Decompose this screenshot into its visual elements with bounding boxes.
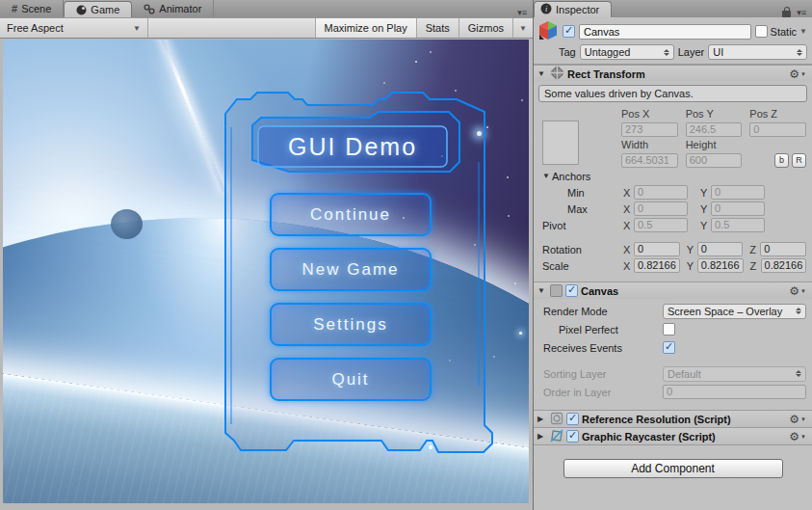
canvas-icon bbox=[550, 284, 563, 297]
sorting-layer-dropdown: Default bbox=[663, 366, 806, 382]
tag-dropdown[interactable]: Untagged bbox=[580, 44, 674, 60]
pixel-perfect-row: Pixel Perfect bbox=[534, 321, 812, 337]
raw-edit-mode-button[interactable]: R bbox=[792, 153, 806, 168]
canvas-component-header[interactable]: ▼ Canvas ⚙▼ bbox=[534, 282, 812, 299]
game-viewport: GUI Demo Continue New Game Settings Quit bbox=[3, 40, 529, 503]
pixel-perfect-checkbox[interactable] bbox=[663, 323, 675, 336]
pos-y-field[interactable]: 246.5 bbox=[686, 122, 743, 137]
height-field[interactable]: 600 bbox=[686, 153, 743, 168]
graphic-raycaster-header[interactable]: ▶ Graphic Raycaster (Script) ⚙▼ bbox=[534, 427, 812, 444]
render-mode-row: Render Mode Screen Space – Overlay bbox=[534, 303, 812, 319]
menu-title: GUI Demo bbox=[258, 126, 447, 167]
graphic-raycaster-title: Graphic Raycaster (Script) bbox=[582, 431, 716, 443]
quit-button[interactable]: Quit bbox=[270, 358, 432, 401]
updown-arrows-icon bbox=[664, 49, 669, 56]
tab-animator-label: Animator bbox=[159, 3, 201, 14]
foldout-open-icon[interactable]: ▼ bbox=[542, 172, 552, 180]
toolbar-spacer bbox=[148, 18, 315, 38]
anchors-min-row: Min X0 Y0 bbox=[534, 184, 812, 201]
width-field[interactable]: 664.5031 bbox=[621, 153, 678, 168]
gear-icon[interactable]: ⚙▼ bbox=[789, 415, 806, 424]
gear-icon[interactable]: ⚙▼ bbox=[789, 286, 806, 296]
anchors-foldout[interactable]: ▼ Anchors bbox=[534, 168, 812, 184]
foldout-closed-icon[interactable]: ▶ bbox=[537, 432, 547, 441]
static-dropdown-caret[interactable]: ▼ bbox=[799, 27, 807, 36]
gameobject-cube-icon[interactable] bbox=[537, 20, 559, 42]
lock-icon[interactable] bbox=[782, 11, 791, 17]
game-tabstrip: # Scene Game Animator ▾≡ bbox=[0, 0, 533, 17]
graphic-raycaster-icon bbox=[550, 429, 563, 444]
inspector-panel: i Inspector ▾≡ bbox=[533, 0, 812, 510]
graphic-raycaster-checkbox[interactable] bbox=[566, 430, 579, 443]
gameobject-name-field[interactable] bbox=[579, 24, 751, 40]
sorting-layer-row: Sorting Layer Default bbox=[534, 365, 812, 382]
max-y-field[interactable]: 0 bbox=[711, 201, 765, 216]
rect-transform-header[interactable]: ▼ Rect Transform ⚙▼ bbox=[534, 65, 812, 82]
layer-label: Layer bbox=[678, 46, 705, 58]
tab-game[interactable]: Game bbox=[64, 1, 132, 17]
scale-y-field[interactable]: 0.82166 bbox=[697, 258, 744, 273]
pos-z-label: Pos Z bbox=[749, 108, 806, 121]
add-component-button[interactable]: Add Component bbox=[563, 459, 783, 478]
min-x-field[interactable]: 0 bbox=[634, 185, 688, 200]
continue-button[interactable]: Continue bbox=[270, 193, 432, 236]
game-panel-menu[interactable]: ▾≡ bbox=[517, 8, 527, 17]
foldout-open-icon[interactable]: ▼ bbox=[537, 286, 547, 295]
gear-icon[interactable]: ⚙▼ bbox=[789, 69, 806, 79]
layer-dropdown[interactable]: UI bbox=[708, 44, 807, 60]
max-x-field[interactable]: 0 bbox=[634, 201, 688, 216]
settings-button[interactable]: Settings bbox=[270, 303, 432, 346]
pivot-row: Pivot X0.5 Y0.5 bbox=[534, 217, 812, 233]
active-checkbox[interactable] bbox=[563, 25, 575, 38]
game-pane: # Scene Game Animator ▾≡ Free Aspect ▼ bbox=[0, 0, 533, 510]
rect-transform-icon bbox=[550, 66, 564, 82]
reference-resolution-header[interactable]: ▶ Reference Resolution (Script) ⚙▼ bbox=[534, 410, 812, 427]
anchors-label: Anchors bbox=[552, 171, 590, 182]
pos-z-field[interactable]: 0 bbox=[749, 122, 806, 137]
pos-x-field[interactable]: 273 bbox=[621, 122, 678, 137]
stats-button[interactable]: Stats bbox=[416, 18, 458, 38]
min-y-field[interactable]: 0 bbox=[711, 185, 765, 200]
bright-star bbox=[519, 332, 522, 335]
rotation-x-field[interactable]: 0 bbox=[634, 242, 680, 256]
gear-icon[interactable]: ⚙▼ bbox=[789, 432, 806, 442]
foldout-open-icon[interactable]: ▼ bbox=[537, 69, 547, 78]
scale-z-field[interactable]: 0.82166 bbox=[761, 258, 807, 273]
maximize-on-play-button[interactable]: Maximize on Play bbox=[315, 18, 416, 38]
blueprint-mode-button[interactable]: b bbox=[774, 153, 789, 168]
max-label: Max bbox=[542, 203, 623, 215]
inspector-tabstrip: i Inspector ▾≡ bbox=[534, 0, 812, 17]
render-mode-dropdown[interactable]: Screen Space – Overlay bbox=[663, 304, 806, 319]
reference-resolution-checkbox[interactable] bbox=[566, 413, 579, 425]
new-game-button[interactable]: New Game bbox=[270, 248, 432, 291]
gizmos-button[interactable]: Gizmos bbox=[458, 18, 512, 38]
scene-icon: # bbox=[12, 3, 17, 14]
order-in-layer-row: Order in Layer 0 bbox=[534, 384, 812, 400]
foldout-closed-icon[interactable]: ▶ bbox=[537, 415, 547, 423]
aspect-dropdown[interactable]: Free Aspect ▼ bbox=[0, 18, 148, 38]
static-label: Static bbox=[771, 26, 798, 38]
pivot-x-field[interactable]: 0.5 bbox=[634, 218, 688, 232]
rotation-z-field[interactable]: 0 bbox=[760, 242, 806, 256]
rect-transform-title: Rect Transform bbox=[567, 68, 645, 80]
receives-events-row: Receives Events bbox=[534, 339, 812, 356]
scale-x-field[interactable]: 0.82166 bbox=[634, 258, 680, 273]
tab-animator[interactable]: Animator bbox=[132, 0, 214, 17]
inspector-menu-icon[interactable]: ▾≡ bbox=[797, 8, 806, 17]
gizmos-dropdown-caret[interactable]: ▼ bbox=[512, 18, 533, 38]
updown-arrows-icon bbox=[796, 370, 801, 377]
pos-x-label: Pos X bbox=[621, 108, 678, 121]
rotation-y-field[interactable]: 0 bbox=[697, 242, 744, 256]
tab-scene[interactable]: # Scene bbox=[0, 0, 64, 17]
rect-preview-box bbox=[542, 121, 579, 165]
info-icon: i bbox=[540, 3, 552, 16]
animator-icon bbox=[144, 4, 155, 14]
receives-events-checkbox[interactable] bbox=[663, 341, 675, 354]
canvas-enabled-checkbox[interactable] bbox=[565, 284, 578, 297]
scale-row: Scale X0.82166 Y0.82166 Z0.82166 bbox=[534, 257, 812, 274]
tab-game-label: Game bbox=[91, 4, 119, 15]
static-checkbox[interactable] bbox=[755, 25, 768, 38]
tab-inspector[interactable]: i Inspector bbox=[534, 1, 612, 17]
pivot-y-field[interactable]: 0.5 bbox=[711, 218, 765, 232]
order-in-layer-field: 0 bbox=[663, 385, 806, 399]
